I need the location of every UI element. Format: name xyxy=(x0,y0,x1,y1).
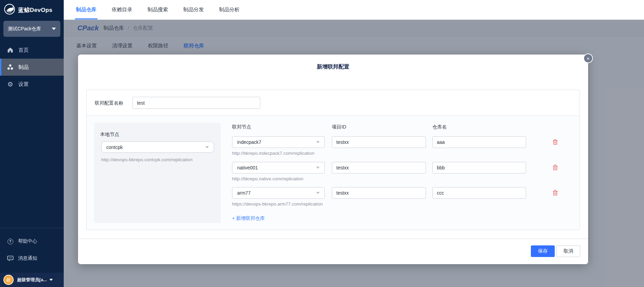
logo[interactable]: 蓝鲸DevOps xyxy=(0,0,64,20)
dialog-title: 新增联邦配置 xyxy=(78,55,588,71)
top-nav: 制品仓库 依赖目录 制品搜索 制品分发 制品分析 xyxy=(64,0,644,20)
help-icon: ? xyxy=(6,239,14,244)
cancel-button[interactable]: 取消 xyxy=(556,245,580,257)
local-node-panel: 本地节点 contcpk http://devops-bkrepo.contcp… xyxy=(94,123,221,223)
column-header-project: 项目ID xyxy=(332,124,346,130)
sidebar-item-home[interactable]: 首页 xyxy=(0,42,64,59)
project-id-input[interactable] xyxy=(332,187,426,199)
chevron-down-icon xyxy=(316,192,320,194)
footer-divider xyxy=(78,239,588,239)
add-federation-dialog: × 新增联邦配置 联邦配置名称 本地节点 contcpk http://devo… xyxy=(78,55,588,264)
avatar: 超 xyxy=(3,275,14,285)
delete-row-icon[interactable] xyxy=(552,139,558,145)
artifact-icon xyxy=(6,64,14,71)
fed-node-select[interactable]: native001 xyxy=(232,162,325,173)
nav-tab-artifact-repo[interactable]: 制品仓库 xyxy=(76,0,96,19)
config-name-label: 联邦配置名称 xyxy=(95,100,123,106)
chevron-down-icon xyxy=(205,146,209,148)
fed-node-url: http://bkrepo.indecpack7.com/replication xyxy=(232,151,315,156)
delete-row-icon[interactable] xyxy=(552,190,558,196)
project-id-input[interactable] xyxy=(332,162,426,173)
gear-icon: ⚙ xyxy=(6,81,14,88)
repo-name-input[interactable] xyxy=(432,187,526,199)
save-button[interactable]: 保存 xyxy=(531,245,555,257)
repo-name-input[interactable] xyxy=(432,136,526,148)
delete-row-icon[interactable] xyxy=(552,165,558,171)
notifications-label: 消息通知 xyxy=(18,255,37,261)
sidebar-item-help-center[interactable]: ? 帮助中心 xyxy=(0,235,64,248)
fed-node-select[interactable]: indecpack7 xyxy=(232,136,325,148)
federation-form-card: 联邦配置名称 本地节点 contcpk http://devops-bkrepo… xyxy=(86,90,580,230)
sidebar-divider xyxy=(0,228,64,228)
chevron-down-icon xyxy=(49,279,53,281)
sidebar-item-label: 制品 xyxy=(18,64,29,71)
column-header-node: 联邦节点 xyxy=(232,124,251,130)
repo-name-input[interactable] xyxy=(432,162,526,173)
local-node-label: 本地节点 xyxy=(100,132,119,138)
sidebar: 蓝鲸DevOps 测试CPack仓库 首页 制品 ⚙ 设置 xyxy=(0,0,64,287)
message-icon xyxy=(6,256,14,261)
chevron-down-icon xyxy=(316,167,320,169)
fed-node-url: https://devops-bkrepo.arm77.com/replicat… xyxy=(232,201,323,207)
project-id-input[interactable] xyxy=(332,136,426,148)
config-name-input[interactable] xyxy=(133,97,260,109)
sidebar-item-notifications[interactable]: 消息通知 xyxy=(0,252,64,265)
repo-selector[interactable]: 测试CPack仓库 xyxy=(3,21,60,37)
local-node-url: http://devops-bkrepo.contcpk.com/replica… xyxy=(101,157,193,162)
app-root: 蓝鲸DevOps 测试CPack仓库 首页 制品 ⚙ 设置 xyxy=(0,0,644,287)
local-node-select-value: contcpk xyxy=(106,145,123,150)
nav-tab-artifact-search[interactable]: 制品搜索 xyxy=(148,0,168,19)
help-center-label: 帮助中心 xyxy=(18,238,37,244)
federation-section: 本地节点 contcpk http://devops-bkrepo.contcp… xyxy=(87,116,580,230)
fed-node-select[interactable]: arm77 xyxy=(232,187,325,199)
user-menu[interactable]: 超 超级管理员[a... xyxy=(0,273,64,287)
nav-tab-dependency-catalog[interactable]: 依赖目录 xyxy=(112,0,132,19)
nav-tab-artifact-analysis[interactable]: 制品分析 xyxy=(219,0,240,19)
nav-tab-artifact-distribution[interactable]: 制品分发 xyxy=(183,0,204,19)
fed-node-url: http://bkrepo.native.com/replication xyxy=(232,176,303,181)
home-icon xyxy=(6,47,14,53)
logo-text: 蓝鲸DevOps xyxy=(18,6,52,14)
sidebar-item-label: 设置 xyxy=(18,81,29,88)
sidebar-item-artifacts[interactable]: 制品 xyxy=(0,59,64,76)
close-icon[interactable]: × xyxy=(583,54,593,63)
column-header-repo: 仓库名 xyxy=(432,124,447,130)
federation-rows-area: 联邦节点 项目ID 仓库名 indecpack7 xyxy=(232,116,580,230)
sidebar-item-settings[interactable]: ⚙ 设置 xyxy=(0,76,64,93)
chevron-down-icon xyxy=(52,28,56,30)
user-name: 超级管理员[a... xyxy=(17,277,47,283)
blueking-whale-logo-icon xyxy=(4,3,15,16)
config-name-row: 联邦配置名称 xyxy=(87,90,580,116)
repo-selector-value: 测试CPack仓库 xyxy=(8,26,41,32)
local-node-select[interactable]: contcpk xyxy=(101,141,214,153)
sidebar-item-label: 首页 xyxy=(18,47,29,54)
chevron-down-icon xyxy=(316,141,320,143)
add-federation-repo-link[interactable]: + 新增联邦仓库 xyxy=(232,215,265,222)
